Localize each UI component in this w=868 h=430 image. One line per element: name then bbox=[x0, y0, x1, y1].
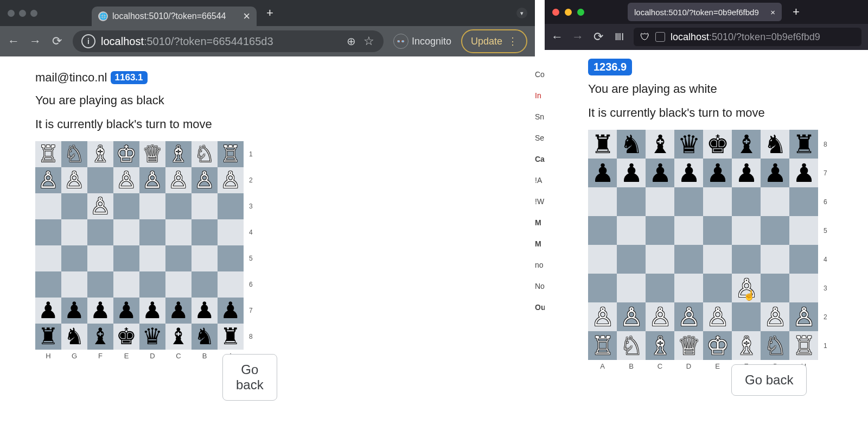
chess-square[interactable] bbox=[588, 245, 617, 274]
chess-square[interactable]: ♜ bbox=[218, 324, 244, 350]
chess-square[interactable]: ♖ bbox=[789, 331, 818, 360]
chess-square[interactable] bbox=[646, 187, 674, 216]
chess-square[interactable] bbox=[218, 245, 244, 271]
chess-square[interactable] bbox=[113, 193, 139, 219]
chess-square[interactable]: ♖ bbox=[588, 331, 617, 360]
chess-square[interactable] bbox=[139, 271, 165, 298]
chess-square[interactable]: ♟ bbox=[703, 159, 732, 187]
chess-square[interactable] bbox=[35, 193, 61, 219]
chess-square[interactable] bbox=[617, 216, 646, 245]
chess-square[interactable] bbox=[588, 216, 617, 245]
chess-square[interactable]: ♟ bbox=[588, 159, 617, 187]
chess-square[interactable]: ♟ bbox=[192, 298, 218, 324]
chess-square[interactable] bbox=[165, 219, 192, 245]
chess-square[interactable]: ♛ bbox=[674, 130, 703, 159]
chess-square[interactable]: ♗ bbox=[165, 141, 192, 167]
chess-square[interactable]: ♙ bbox=[139, 167, 165, 193]
chess-square[interactable]: ♖ bbox=[35, 141, 61, 167]
address-bar[interactable]: 🛡 localhost:5010/?token=0b9ef6fbd9 bbox=[634, 28, 861, 46]
chess-square[interactable] bbox=[646, 216, 674, 245]
chess-square[interactable]: ♙ bbox=[617, 302, 646, 331]
chess-square[interactable] bbox=[674, 187, 703, 216]
chess-square[interactable] bbox=[139, 193, 165, 219]
chess-square[interactable] bbox=[761, 274, 789, 302]
chess-square[interactable] bbox=[35, 271, 61, 298]
chess-square[interactable]: ♙ bbox=[761, 302, 789, 331]
mac-min-dot[interactable] bbox=[565, 9, 572, 16]
chess-square[interactable]: ♘ bbox=[61, 141, 87, 167]
mac-min-dot[interactable] bbox=[19, 10, 26, 17]
chess-square[interactable]: ♟ bbox=[35, 298, 61, 324]
new-tab-button[interactable]: + bbox=[793, 5, 800, 19]
address-bar[interactable]: i localhost:5010/?token=66544165d3 ⊕ ☆ bbox=[73, 30, 384, 52]
chess-square[interactable]: ♙ bbox=[61, 167, 87, 193]
go-back-button[interactable]: Go back bbox=[222, 354, 277, 401]
chess-square[interactable]: ♙ bbox=[165, 167, 192, 193]
chess-square[interactable] bbox=[113, 271, 139, 298]
chess-square[interactable] bbox=[87, 167, 113, 193]
chess-square[interactable]: ♙ bbox=[113, 167, 139, 193]
chess-square[interactable] bbox=[192, 193, 218, 219]
chess-square[interactable]: ♜ bbox=[35, 324, 61, 350]
zoom-icon[interactable]: ⊕ bbox=[346, 35, 358, 48]
chess-square[interactable]: ♞ bbox=[761, 130, 789, 159]
chess-square[interactable] bbox=[139, 245, 165, 271]
chess-square[interactable]: ♕ bbox=[139, 141, 165, 167]
chess-square[interactable]: ♙ bbox=[588, 302, 617, 331]
chess-square[interactable]: ♙ bbox=[218, 167, 244, 193]
chess-square[interactable] bbox=[617, 245, 646, 274]
chess-square[interactable]: ♗ bbox=[646, 331, 674, 360]
site-info-icon[interactable]: i bbox=[81, 34, 95, 48]
chess-square[interactable]: ♕ bbox=[674, 331, 703, 360]
chess-square[interactable] bbox=[703, 245, 732, 274]
chess-square[interactable]: ♝ bbox=[646, 130, 674, 159]
chess-square[interactable] bbox=[588, 274, 617, 302]
chess-square[interactable] bbox=[703, 274, 732, 302]
forward-button[interactable]: → bbox=[29, 34, 41, 48]
chess-square[interactable]: ♟ bbox=[674, 159, 703, 187]
chess-square[interactable] bbox=[218, 271, 244, 298]
chess-square[interactable] bbox=[113, 219, 139, 245]
chess-square[interactable] bbox=[732, 245, 761, 274]
chess-square[interactable] bbox=[61, 245, 87, 271]
chess-square[interactable]: ♟ bbox=[87, 298, 113, 324]
chess-square[interactable]: ♟ bbox=[61, 298, 87, 324]
chess-square[interactable]: ♙ bbox=[35, 167, 61, 193]
chess-square[interactable]: ♟ bbox=[218, 298, 244, 324]
chess-square[interactable] bbox=[588, 187, 617, 216]
mac-close-dot[interactable] bbox=[552, 9, 559, 16]
chess-square[interactable]: ♟ bbox=[646, 159, 674, 187]
chess-square[interactable] bbox=[87, 219, 113, 245]
chess-square[interactable]: ♚ bbox=[703, 130, 732, 159]
chess-square[interactable] bbox=[674, 274, 703, 302]
chess-square[interactable] bbox=[703, 187, 732, 216]
chess-square[interactable] bbox=[61, 219, 87, 245]
chess-square[interactable] bbox=[165, 193, 192, 219]
chess-square[interactable]: ♜ bbox=[588, 130, 617, 159]
chess-square[interactable]: ♞ bbox=[61, 324, 87, 350]
chess-square[interactable]: ♔ bbox=[703, 331, 732, 360]
back-button[interactable]: ← bbox=[8, 34, 20, 48]
chess-square[interactable] bbox=[789, 245, 818, 274]
mac-max-dot[interactable] bbox=[577, 9, 584, 16]
chess-square[interactable] bbox=[617, 274, 646, 302]
chess-square[interactable] bbox=[761, 245, 789, 274]
chess-square[interactable]: ♙ bbox=[192, 167, 218, 193]
chess-square[interactable]: ♝ bbox=[165, 324, 192, 350]
go-back-button[interactable]: Go back bbox=[731, 364, 807, 396]
chess-square[interactable]: ♙☝ bbox=[732, 274, 761, 302]
browser-tab[interactable]: localhost:5010/?token=0b9ef6fbd9 × bbox=[628, 3, 782, 21]
chess-square[interactable] bbox=[732, 302, 761, 331]
mac-close-dot[interactable] bbox=[8, 10, 15, 17]
chess-square[interactable] bbox=[218, 193, 244, 219]
chess-square[interactable]: ♔ bbox=[113, 141, 139, 167]
reload-button[interactable]: ⟳ bbox=[51, 34, 63, 48]
back-button[interactable]: ← bbox=[551, 30, 563, 44]
chess-square[interactable]: ♘ bbox=[761, 331, 789, 360]
new-tab-button[interactable]: + bbox=[266, 7, 273, 19]
chess-square[interactable]: ♙ bbox=[87, 193, 113, 219]
chess-square[interactable] bbox=[789, 216, 818, 245]
chess-square[interactable] bbox=[87, 245, 113, 271]
chess-square[interactable] bbox=[192, 219, 218, 245]
close-tab-icon[interactable]: × bbox=[770, 8, 775, 17]
